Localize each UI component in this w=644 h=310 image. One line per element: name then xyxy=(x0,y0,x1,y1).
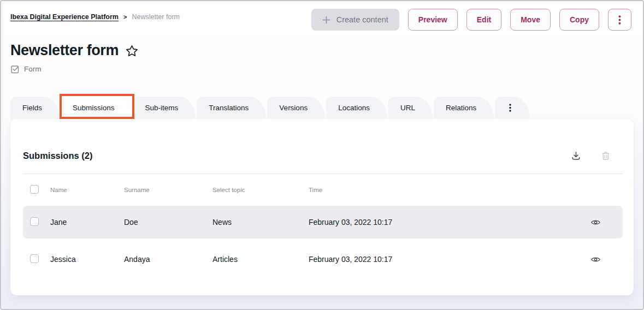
delete-button[interactable] xyxy=(600,150,612,162)
column-header-surname: Surname xyxy=(124,187,212,193)
tab-label: Sub-items xyxy=(145,104,179,112)
cell-time: February 03, 2022 10:17 xyxy=(309,255,568,264)
checkbox-check-icon xyxy=(10,64,20,74)
submissions-table: Name Surname Select topic Time Jane Doe … xyxy=(23,174,623,276)
content-type-label: Form xyxy=(24,65,42,73)
tab-label: Locations xyxy=(338,104,370,112)
download-icon xyxy=(571,151,581,161)
panel-tools xyxy=(570,150,612,162)
action-buttons: Create content Preview Edit Move Copy xyxy=(311,9,631,31)
tab-versions[interactable]: Versions xyxy=(267,97,325,119)
tab-label: Translations xyxy=(209,104,249,112)
tab-url[interactable]: URL xyxy=(388,97,433,119)
create-content-button[interactable]: Create content xyxy=(311,9,399,31)
tab-label: Fields xyxy=(22,104,42,112)
page-title: Newsletter form xyxy=(10,41,119,59)
create-content-label: Create content xyxy=(336,15,388,24)
star-icon xyxy=(125,44,139,58)
column-header-time: Time xyxy=(309,187,568,193)
view-submission-button[interactable] xyxy=(589,217,602,228)
tab-sub-items[interactable]: Sub-items xyxy=(133,97,196,119)
breadcrumb-root-link[interactable]: Ibexa Digital Experience Platform xyxy=(10,13,119,21)
title-row: Newsletter form xyxy=(1,41,643,59)
row-checkbox[interactable] xyxy=(30,254,39,263)
column-header-select-topic: Select topic xyxy=(212,187,309,193)
tab-translations[interactable]: Translations xyxy=(197,97,266,119)
cell-surname: Doe xyxy=(124,218,212,226)
tab-label: Relations xyxy=(446,104,476,112)
table-row[interactable]: Jessica Andaya Articles February 03, 202… xyxy=(23,243,623,276)
row-checkbox[interactable] xyxy=(30,217,39,226)
tab-fields[interactable]: Fields xyxy=(10,97,60,119)
trash-icon xyxy=(601,151,611,161)
tab-label: Versions xyxy=(279,104,308,112)
cell-surname: Andaya xyxy=(124,255,212,264)
tab-locations[interactable]: Locations xyxy=(326,97,387,119)
tab-submissions[interactable]: Submissions xyxy=(61,97,132,119)
tab-label: URL xyxy=(400,104,415,112)
select-all-checkbox[interactable] xyxy=(30,185,39,194)
cell-time: February 03, 2022 10:17 xyxy=(309,218,568,226)
table-header-row: Name Surname Select topic Time xyxy=(23,174,623,206)
cell-topic: News xyxy=(212,218,309,226)
move-button[interactable]: Move xyxy=(510,9,551,31)
cell-topic: Articles xyxy=(212,255,309,264)
panel-header: Submissions (2) xyxy=(10,119,634,162)
table-row[interactable]: Jane Doe News February 03, 2022 10:17 xyxy=(23,206,623,239)
tab-relations[interactable]: Relations xyxy=(434,97,494,119)
breadcrumb: Ibexa Digital Experience Platform > News… xyxy=(10,13,180,21)
edit-button[interactable]: Edit xyxy=(466,9,501,31)
content-type-row: Form xyxy=(1,64,643,74)
download-button[interactable] xyxy=(570,150,582,162)
favorite-button[interactable] xyxy=(125,44,139,58)
kebab-menu-icon xyxy=(618,15,621,25)
plus-icon xyxy=(322,16,330,24)
submissions-panel: Submissions (2) Name Surname xyxy=(10,119,634,295)
eye-icon xyxy=(590,255,601,264)
tab-bar: Fields Submissions Sub-items Translation… xyxy=(1,97,643,119)
cell-name: Jane xyxy=(50,218,124,226)
tab-label: Submissions xyxy=(73,104,115,112)
tab-overflow-menu[interactable] xyxy=(495,97,530,119)
app-window: Ibexa Digital Experience Platform > News… xyxy=(0,0,644,310)
panel-heading: Submissions (2) xyxy=(23,151,92,161)
copy-button[interactable]: Copy xyxy=(559,9,599,31)
cell-name: Jessica xyxy=(50,255,124,264)
preview-button[interactable]: Preview xyxy=(408,9,458,31)
breadcrumb-separator: > xyxy=(123,14,127,20)
view-submission-button[interactable] xyxy=(589,254,602,265)
more-actions-button[interactable] xyxy=(608,9,631,31)
column-header-name: Name xyxy=(50,187,124,193)
breadcrumb-current: Newsletter form xyxy=(132,13,180,21)
eye-icon xyxy=(590,218,601,226)
top-bar: Ibexa Digital Experience Platform > News… xyxy=(1,1,643,31)
kebab-menu-icon xyxy=(509,104,511,112)
